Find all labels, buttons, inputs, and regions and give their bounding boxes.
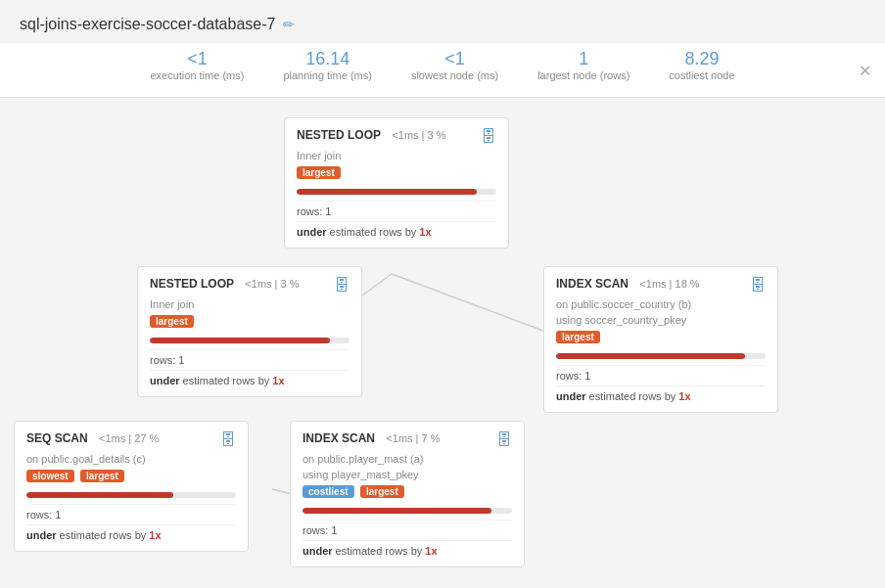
badge-largest-root: largest [297, 166, 341, 179]
edit-icon[interactable]: ✏ [283, 17, 295, 32]
under-right: under estimated rows by 1x [556, 385, 766, 402]
main-container: sql-joins-exercise-soccer-database-7 ✏ <… [0, 0, 885, 588]
stat-largest-node: 1 largest node (rows) [537, 49, 629, 81]
node-bl-timing: <1ms | 27 % [99, 432, 159, 444]
stats-bar: <1 execution time (ms) 16.14 planning ti… [0, 43, 885, 98]
progress-bl [26, 492, 236, 498]
plan-area: NESTED LOOP <1ms | 3 % 🗄 Inner join larg… [0, 98, 885, 577]
badge-largest-middle: largest [150, 315, 194, 328]
db-icon-right: 🗄 [750, 277, 766, 294]
rows-br: rows: 1 [303, 520, 512, 536]
node-root-title: NESTED LOOP [297, 128, 381, 142]
rows-right: rows: 1 [556, 365, 766, 382]
node-root-badges: largest [297, 165, 496, 183]
progress-fill-right [556, 353, 745, 359]
stat-execution-time: <1 execution time (ms) [150, 49, 244, 81]
header: sql-joins-exercise-soccer-database-7 ✏ [0, 0, 885, 43]
node-br-badges: costliest largest [303, 484, 512, 502]
under-middle: under estimated rows by 1x [150, 370, 349, 386]
stat-value-planning: 16.14 [283, 49, 371, 69]
node-middle[interactable]: NESTED LOOP <1ms | 3 % 🗄 Inner join larg… [137, 266, 362, 397]
node-middle-timing: <1ms | 3 % [245, 278, 299, 290]
stat-label-slowest: slowest node (ms) [411, 69, 498, 81]
node-right-subtitle2: using soccer_country_pkey [556, 314, 766, 326]
rows-root: rows: 1 [297, 201, 496, 217]
db-icon-root: 🗄 [481, 128, 496, 146]
progress-fill-middle [150, 338, 330, 343]
stat-value-execution: <1 [150, 49, 244, 69]
stat-costliest-node: 8.29 costliest node [669, 49, 734, 81]
node-right-timing: <1ms | 18 % [639, 278, 699, 290]
node-right-title: INDEX SCAN [556, 277, 629, 291]
node-br-subtitle2: using player_mast_pkey [303, 469, 512, 480]
under-root: under estimated rows by 1x [297, 221, 496, 238]
page-title: sql-joins-exercise-soccer-database-7 [20, 16, 275, 33]
db-icon-br: 🗄 [496, 431, 512, 449]
node-bl-title: SEQ SCAN [26, 431, 88, 445]
progress-middle [150, 338, 349, 343]
under-bl: under estimated rows by 1x [26, 524, 236, 541]
progress-fill-bl [26, 492, 173, 498]
node-bl-subtitle: on public.goal_details (c) [26, 453, 236, 465]
node-bottom-left[interactable]: SEQ SCAN <1ms | 27 % 🗄 on public.goal_de… [14, 421, 249, 552]
node-br-header: INDEX SCAN <1ms | 7 % 🗄 [303, 431, 512, 449]
stat-slowest-node: <1 slowest node (ms) [411, 49, 498, 81]
progress-fill-root [297, 189, 477, 195]
stat-planning-time: 16.14 planning time (ms) [283, 49, 371, 81]
node-root-subtitle: Inner join [297, 150, 496, 161]
node-middle-badges: largest [150, 314, 349, 332]
under-br: under estimated rows by 1x [303, 540, 512, 557]
node-right-header: INDEX SCAN <1ms | 18 % 🗄 [556, 277, 766, 294]
badge-largest-br: largest [360, 485, 404, 498]
badge-costliest-br: costliest [303, 485, 354, 498]
node-root-timing: <1ms | 3 % [392, 129, 445, 141]
db-icon-middle: 🗄 [334, 277, 349, 294]
progress-fill-br [303, 508, 491, 514]
progress-br [303, 508, 512, 514]
stat-label-planning: planning time (ms) [283, 69, 371, 81]
node-right-subtitle1: on public.soccer_country (b) [556, 298, 766, 310]
rows-middle: rows: 1 [150, 349, 349, 366]
node-right-badges: largest [556, 330, 766, 347]
node-middle-title: NESTED LOOP [150, 277, 234, 291]
stat-value-slowest: <1 [411, 49, 498, 69]
node-br-title: INDEX SCAN [303, 431, 375, 445]
badge-largest-bl: largest [80, 470, 124, 482]
stat-label-costliest: costliest node [669, 69, 734, 81]
node-br-subtitle1: on public.player_mast (a) [303, 453, 512, 465]
node-root[interactable]: NESTED LOOP <1ms | 3 % 🗄 Inner join larg… [284, 117, 509, 249]
progress-root [297, 189, 496, 195]
progress-right [556, 353, 766, 359]
badge-largest-right: largest [556, 331, 600, 343]
stat-value-largest: 1 [537, 49, 629, 69]
db-icon-bl: 🗄 [220, 431, 236, 449]
node-root-header: NESTED LOOP <1ms | 3 % 🗄 [297, 128, 496, 146]
stat-label-largest: largest node (rows) [537, 69, 629, 81]
node-middle-subtitle: Inner join [150, 298, 349, 310]
node-middle-header: NESTED LOOP <1ms | 3 % 🗄 [150, 277, 349, 294]
close-button[interactable]: ✕ [859, 61, 871, 79]
badge-slowest-bl: slowest [26, 470, 74, 482]
stat-label-execution: execution time (ms) [150, 69, 244, 81]
stat-value-costliest: 8.29 [669, 49, 734, 69]
node-br-timing: <1ms | 7 % [386, 432, 440, 444]
node-bottom-right[interactable]: INDEX SCAN <1ms | 7 % 🗄 on public.player… [290, 421, 525, 567]
node-bl-badges: slowest largest [26, 469, 236, 486]
rows-bl: rows: 1 [26, 504, 236, 520]
node-right[interactable]: INDEX SCAN <1ms | 18 % 🗄 on public.socce… [543, 266, 778, 413]
node-bl-header: SEQ SCAN <1ms | 27 % 🗄 [26, 431, 236, 449]
